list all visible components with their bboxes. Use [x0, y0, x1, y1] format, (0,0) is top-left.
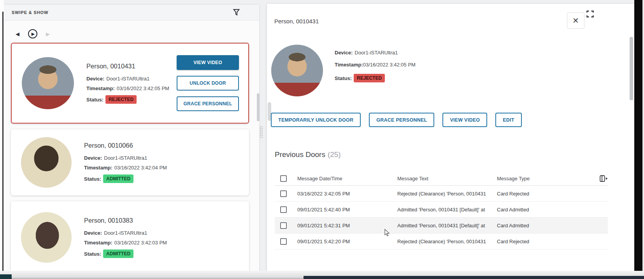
device-label: Device: [84, 230, 102, 236]
status-badge: ADMITTED [103, 174, 133, 183]
timestamp-label: Timestamp: [86, 85, 115, 91]
unlock-door-button[interactable]: UNLOCK DOOR [177, 76, 239, 91]
table-row[interactable]: 09/01/2021 5:42:20 PM Rejected (Clearanc… [275, 234, 608, 249]
app-window: SWIPE & SHOW ◀ ▶ ▶ Person, 0010431 Devic… [0, 0, 644, 279]
panel-header: SWIPE & SHOW [4, 5, 259, 21]
person-name: Person, 0010066 [84, 142, 172, 149]
mouse-cursor [384, 229, 390, 238]
status-label: Status: [335, 75, 352, 81]
table-row[interactable]: 03/16/2022 3:42:05 PM Rejected (Clearanc… [275, 186, 608, 202]
window-border-line [12, 278, 304, 279]
playback-controls: ◀ ▶ ▶ [16, 28, 259, 39]
column-header-datetime: Message Date/Time [297, 176, 397, 181]
row-checkbox[interactable] [280, 206, 287, 213]
view-video-button[interactable]: VIEW VIDEO [442, 113, 487, 127]
window-right-edge [634, 0, 642, 279]
detail-avatar [271, 45, 323, 96]
status-label: Status: [84, 251, 101, 257]
person-name: Person, 0010431 [86, 63, 174, 70]
person-name: Person, 0010383 [84, 217, 172, 224]
timestamp-label: Timestamp: [84, 240, 112, 246]
view-video-button[interactable]: VIEW VIDEO [177, 55, 239, 70]
previous-button[interactable]: ◀ [16, 31, 19, 37]
close-button[interactable]: ✕ [567, 12, 584, 29]
fullscreen-icon[interactable] [586, 10, 594, 17]
previous-doors-table: Message Date/Time Message Text Message T… [275, 172, 608, 249]
person-detail-panel: Person, 0010431 ✕ Device:Door1-iSTARUltr… [267, 4, 634, 271]
previous-doors-count: (25) [328, 150, 341, 159]
grace-personnel-button[interactable]: GRACE PERSONNEL [369, 113, 434, 127]
close-icon: ✕ [572, 16, 579, 25]
table-header: Message Date/Time Message Text Message T… [275, 172, 608, 186]
device-value: Door1-iSTARUltra1 [106, 76, 149, 82]
timestamp-value: 03/16/2022 3:42:05 PM [363, 62, 416, 68]
person-card[interactable]: Person, 0010066 Device:Door1-iSTARUltra1… [11, 129, 249, 195]
select-all-checkbox[interactable] [280, 175, 287, 182]
column-header-text: Message Text [397, 176, 497, 181]
row-checkbox[interactable] [280, 222, 287, 229]
device-value: Door1-iSTARUltra1 [354, 50, 398, 56]
device-label: Device: [84, 155, 102, 161]
taskbar-fragment [304, 276, 644, 279]
avatar [21, 212, 72, 263]
device-value: Door1-iSTARUltra1 [104, 230, 147, 236]
panel-resize-grip[interactable] [260, 126, 263, 138]
status-badge: REJECTED [354, 74, 385, 82]
grace-personnel-button[interactable]: GRACE PERSONNEL [177, 96, 239, 111]
device-value: Door1-iSTARUltra1 [104, 155, 147, 161]
detail-scrollbar[interactable] [630, 37, 633, 100]
add-column-icon[interactable] [600, 175, 608, 182]
row-checkbox[interactable] [280, 238, 287, 245]
status-label: Status: [84, 176, 101, 182]
timestamp-label: Timestamp: [84, 165, 112, 171]
window-corner-fragment [0, 274, 12, 279]
swipe-and-show-panel: SWIPE & SHOW ◀ ▶ ▶ Person, 0010431 Devic… [4, 5, 259, 271]
column-header-type: Message Type [497, 176, 570, 181]
avatar [22, 57, 74, 109]
detail-title: Person, 0010431 [274, 18, 319, 24]
status-badge: ADMITTED [103, 249, 133, 258]
status-label: Status: [86, 97, 104, 103]
timestamp-value: 03/16/2022 3:42:03 PM [114, 240, 167, 246]
table-row[interactable]: 09/01/2021 5:42:40 PM Admitted 'Person, … [275, 202, 608, 218]
timestamp-value: 03/16/2022 3:42:05 PM [117, 85, 169, 91]
filter-icon[interactable] [233, 9, 240, 16]
previous-doors-title: Previous Doors(25) [275, 150, 341, 159]
window-left-border [2, 12, 4, 274]
timestamp-label: Timestamp: [335, 62, 363, 68]
temporarily-unlock-door-button[interactable]: TEMPORARILY UNLOCK DOOR [271, 113, 361, 127]
device-label: Device: [86, 76, 104, 82]
device-label: Device: [335, 50, 353, 56]
left-panel-scrollbar[interactable] [257, 93, 260, 121]
edit-button[interactable]: EDIT [495, 113, 521, 127]
person-card[interactable]: Person, 0010383 Device:Door1-iSTARUltra1… [11, 201, 249, 274]
row-checkbox[interactable] [280, 190, 287, 197]
timestamp-value: 03/16/2022 3:42:04 PM [114, 165, 167, 171]
table-row[interactable]: 09/01/2021 5:42:31 PM Admitted 'Person, … [275, 218, 608, 234]
person-card[interactable]: Person, 0010431 Device:Door1-iSTARUltra1… [11, 43, 249, 124]
play-button[interactable]: ▶ [28, 29, 37, 38]
detail-actions: TEMPORARILY UNLOCK DOOR GRACE PERSONNEL … [271, 113, 530, 127]
status-badge: REJECTED [105, 95, 137, 104]
window-right-sliver [642, 0, 644, 279]
next-button[interactable]: ▶ [46, 31, 50, 37]
panel-title: SWIPE & SHOW [12, 10, 48, 15]
avatar [21, 137, 72, 188]
play-icon: ▶ [32, 31, 35, 37]
